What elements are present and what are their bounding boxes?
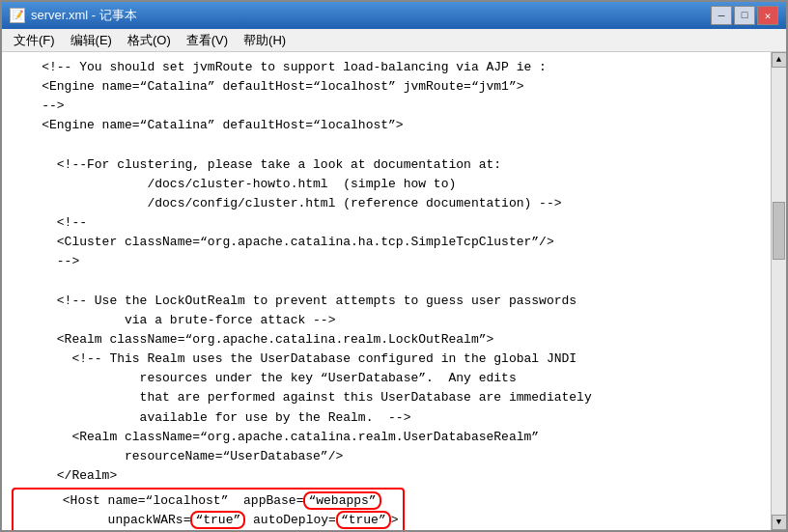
host-line: <Host name=“localhost” appBase=“webapps”… (17, 491, 399, 529)
menu-file[interactable]: 文件(F) (6, 30, 63, 51)
close-button[interactable]: ✕ (757, 6, 778, 25)
title-bar-left: 📝 server.xml - 记事本 (10, 7, 137, 24)
editor-content[interactable]: <!-- You should set jvmRoute to support … (2, 52, 771, 530)
menu-bar: 文件(F) 编辑(E) 格式(O) 查看(V) 帮助(H) (2, 29, 786, 52)
scroll-up-button[interactable]: ▲ (772, 52, 787, 68)
menu-edit[interactable]: 编辑(E) (63, 30, 120, 51)
menu-help[interactable]: 帮助(H) (236, 30, 294, 51)
highlighted-host-block: <Host name=“localhost” appBase=“webapps”… (12, 488, 405, 530)
title-bar: 📝 server.xml - 记事本 — □ ✕ (2, 2, 786, 29)
scroll-track[interactable] (772, 68, 786, 515)
vertical-scrollbar[interactable]: ▲ ▼ (771, 52, 786, 530)
editor-container: <!-- You should set jvmRoute to support … (2, 52, 786, 530)
menu-format[interactable]: 格式(O) (120, 30, 179, 51)
app-icon: 📝 (10, 8, 25, 23)
scroll-down-button[interactable]: ▼ (772, 515, 787, 530)
maximize-button[interactable]: □ (734, 6, 755, 25)
window-title: server.xml - 记事本 (31, 7, 137, 24)
scroll-thumb[interactable] (773, 202, 785, 260)
minimize-button[interactable]: — (711, 6, 732, 25)
main-window: 📝 server.xml - 记事本 — □ ✕ 文件(F) 编辑(E) 格式(… (0, 0, 788, 532)
code-content: <!-- You should set jvmRoute to support … (12, 58, 761, 486)
title-buttons: — □ ✕ (711, 6, 778, 25)
menu-view[interactable]: 查看(V) (179, 30, 236, 51)
